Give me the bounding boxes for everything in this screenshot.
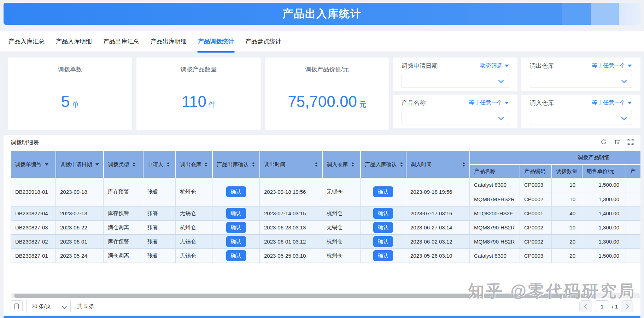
page-title: 产品出入库统计 bbox=[4, 3, 640, 25]
tab-item[interactable]: 产品入库明细 bbox=[55, 31, 93, 52]
chevron-down-icon bbox=[498, 78, 504, 83]
cell-transfer-type: 库存预警 bbox=[104, 178, 143, 206]
fullscreen-icon[interactable] bbox=[627, 138, 634, 145]
cell-applicant: 张睿 bbox=[143, 178, 176, 206]
filter-panel-transfer-date: 调拨申请日期 动态筛选 bbox=[393, 58, 517, 91]
bottom-accent-bar bbox=[4, 316, 640, 318]
cell-in-warehouse: 无锡仓 bbox=[322, 220, 361, 234]
column-header[interactable]: 调拨单编号 bbox=[11, 151, 56, 178]
cell-apply-date: 2023-09-18 bbox=[56, 178, 104, 206]
confirm-button[interactable]: 确认 bbox=[226, 250, 246, 261]
cell-order-no: DB230827-01 bbox=[11, 248, 56, 263]
cell-transfer-type: 库存预警 bbox=[104, 234, 143, 248]
column-header[interactable]: 调拨类型 bbox=[104, 151, 143, 178]
cell-out-warehouse: 无锡仓 bbox=[176, 248, 212, 263]
table-row: DB230827-032023-06-22满仓调离张睿杭州仓确认2023-06-… bbox=[11, 220, 641, 234]
sort-icon bbox=[462, 162, 465, 167]
confirm-button[interactable]: 确认 bbox=[373, 236, 393, 247]
column-header[interactable]: 产品出库确认 bbox=[212, 151, 260, 178]
sub-column-header[interactable]: 产品名称 bbox=[470, 164, 520, 178]
tab-item[interactable]: 产品出库明细 bbox=[150, 31, 187, 52]
cell-in-time: 2023-07-17 03:16 bbox=[406, 206, 470, 220]
chevron-down-icon bbox=[498, 115, 504, 120]
refresh-icon[interactable] bbox=[600, 138, 607, 145]
next-page-button[interactable] bbox=[621, 300, 633, 312]
triangle-down-icon bbox=[628, 65, 632, 67]
cell-product-code: CP0002 bbox=[520, 234, 552, 248]
horizontal-scrollbar-track[interactable] bbox=[11, 293, 640, 298]
sub-column-header[interactable]: 产 bbox=[626, 164, 641, 178]
column-header[interactable]: 产品入库确认 bbox=[361, 151, 406, 178]
sort-icon bbox=[351, 162, 354, 167]
column-header[interactable]: 调入时间 bbox=[406, 151, 470, 178]
total-pages-label: / 1 bbox=[612, 304, 618, 310]
filter-panel-in-warehouse: 调入仓库 等于任意一个 bbox=[521, 95, 640, 128]
confirm-button[interactable]: 确认 bbox=[226, 208, 246, 219]
chevron-left-icon bbox=[584, 304, 589, 309]
stat-unit: 元 bbox=[359, 101, 366, 108]
confirm-button[interactable]: 确认 bbox=[226, 222, 246, 233]
column-header[interactable]: 调出时间 bbox=[260, 151, 322, 178]
sub-column-header[interactable]: 销售单价/元 bbox=[582, 164, 626, 178]
column-header[interactable]: 调入仓库 bbox=[322, 151, 361, 178]
sort-settings-icon[interactable] bbox=[614, 138, 621, 145]
confirm-button[interactable]: 确认 bbox=[373, 250, 393, 261]
confirm-button[interactable]: 确认 bbox=[226, 236, 246, 247]
horizontal-scrollbar-thumb[interactable] bbox=[14, 294, 596, 298]
filter-operator-link[interactable]: 等于任意一个 bbox=[469, 99, 509, 107]
cell-applicant: 张睿 bbox=[143, 206, 176, 220]
filter-label: 调拨申请日期 bbox=[402, 62, 438, 70]
cell-out-warehouse: 杭州仓 bbox=[176, 178, 212, 206]
cell-apply-date: 2023-06-01 bbox=[56, 234, 104, 248]
filter-operator-link[interactable]: 等于任意一个 bbox=[592, 99, 632, 107]
column-header[interactable]: 调拨申请日期 bbox=[56, 151, 104, 178]
sort-icon bbox=[400, 162, 403, 167]
out-warehouse-select[interactable] bbox=[530, 74, 632, 88]
sort-icon bbox=[167, 162, 170, 167]
in-warehouse-select[interactable] bbox=[530, 111, 632, 125]
filter-label: 调入仓库 bbox=[530, 99, 554, 107]
cell-out-time: 2023-06-23 03:13 bbox=[260, 220, 322, 234]
sub-column-header[interactable]: 调拨数量 bbox=[552, 164, 582, 178]
filter-operator-link[interactable]: 动态筛选 bbox=[480, 62, 509, 70]
cell-transfer-qty: 10 bbox=[552, 178, 582, 192]
page-size-select[interactable]: 20 条/页 bbox=[26, 300, 71, 313]
confirm-button[interactable]: 确认 bbox=[373, 186, 393, 197]
table-row: DB230918-012023-09-18库存预警张睿杭州仓确认2023-09-… bbox=[11, 178, 641, 192]
stat-card-transfer-value: 调拨产品价值/元 75,700.00元 bbox=[265, 58, 389, 130]
cell-unit-price: 1,300.00 bbox=[582, 234, 626, 248]
tab-item[interactable]: 产品盘点统计 bbox=[245, 31, 282, 52]
triangle-down-icon bbox=[628, 102, 632, 104]
transfer-date-select[interactable] bbox=[402, 74, 509, 88]
cell-transfer-qty: 10 bbox=[552, 220, 582, 234]
confirm-button[interactable]: 确认 bbox=[373, 208, 393, 219]
cell-out-time: 2023-09-18 19:56 bbox=[260, 178, 322, 206]
pager-panel-icon[interactable] bbox=[11, 300, 23, 312]
stat-value: 75,700.00元 bbox=[265, 93, 389, 110]
current-page-input[interactable] bbox=[595, 300, 609, 312]
tab-item[interactable]: 产品出库汇总 bbox=[103, 31, 140, 52]
cell-product-code: CP0002 bbox=[520, 192, 552, 206]
prev-page-button[interactable] bbox=[579, 300, 592, 312]
product-name-select[interactable] bbox=[402, 111, 509, 125]
confirm-button[interactable]: 确认 bbox=[373, 222, 393, 233]
filter-operator-link[interactable]: 等于任意一个 bbox=[592, 62, 632, 70]
cell-in-confirm: 确认 bbox=[361, 220, 406, 234]
cell-out-time: 2023-06-01 03:12 bbox=[260, 234, 322, 248]
cell-apply-date: 2023-07-13 bbox=[56, 206, 104, 220]
confirm-button[interactable]: 确认 bbox=[226, 186, 246, 197]
cell-transfer-qty: 10 bbox=[552, 192, 582, 206]
cell-in-confirm: 确认 bbox=[361, 178, 406, 206]
cell-clipped bbox=[626, 178, 641, 192]
tab-item[interactable]: 产品入库汇总 bbox=[8, 31, 45, 52]
cell-transfer-type: 库存预警 bbox=[104, 206, 143, 220]
cell-transfer-type: 满仓调离 bbox=[104, 248, 143, 263]
cell-out-time: 2023-07-14 03:15 bbox=[260, 206, 322, 220]
table-panel: 调拨明细表 调拨单编号调拨申请日期调拨类型申请人调出仓库产品出库确认调出时间调入… bbox=[4, 135, 640, 315]
cell-unit-price: 1,300.00 bbox=[582, 220, 626, 234]
column-header[interactable]: 调出仓库 bbox=[176, 151, 212, 178]
sub-column-header[interactable]: 产品编码 bbox=[520, 164, 552, 178]
column-header[interactable]: 申请人 bbox=[143, 151, 176, 178]
cell-order-no: DB230918-01 bbox=[11, 178, 56, 206]
tab-item[interactable]: 产品调拨统计 bbox=[197, 31, 235, 52]
